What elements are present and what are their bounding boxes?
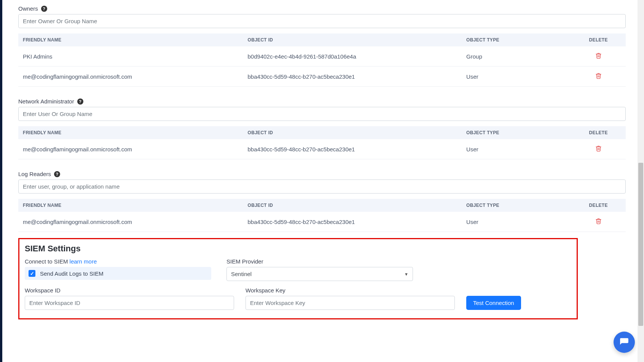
th-friendly-name: FRIENDLY NAME — [18, 33, 243, 46]
cell-object-type: User — [462, 139, 571, 159]
th-object-type: OBJECT TYPE — [462, 126, 571, 139]
help-icon[interactable]: ? — [54, 171, 60, 177]
siem-provider-label: SIEM Provider — [226, 258, 417, 265]
logreaders-table: FRIENDLY NAME OBJECT ID OBJECT TYPE DELE… — [18, 199, 626, 232]
owners-label-row: Owners ? — [18, 5, 626, 12]
th-object-id: OBJECT ID — [243, 33, 462, 46]
cell-object-id: bba430cc-5d59-48cc-b270-ac5beca230e1 — [243, 67, 462, 87]
table-row: me@codingflamingogmail.onmicrosoft.com b… — [18, 212, 626, 232]
workspace-key-label: Workspace Key — [245, 287, 455, 294]
workspace-id-input[interactable] — [25, 296, 234, 310]
cell-object-type: User — [462, 212, 571, 232]
owners-input[interactable] — [18, 14, 626, 28]
send-audit-logs-row[interactable]: Send Audit Logs to SIEM — [25, 267, 211, 280]
table-row: PKI Admins b0d9402c-e4ec-4b4d-9261-587d0… — [18, 46, 626, 67]
help-icon[interactable]: ? — [77, 98, 83, 105]
siem-provider-select[interactable]: Sentinel ▼ — [226, 267, 413, 281]
left-accent-strip — [0, 0, 2, 331]
trash-icon[interactable] — [595, 145, 602, 152]
connect-to-siem-label: Connect to SIEM learn more — [25, 258, 215, 265]
th-friendly-name: FRIENDLY NAME — [18, 126, 243, 139]
netadmin-label-row: Network Administrator ? — [18, 98, 626, 105]
netadmin-input[interactable] — [18, 107, 626, 121]
cell-friendly-name: me@codingflamingogmail.onmicrosoft.com — [18, 212, 243, 232]
owners-table: FRIENDLY NAME OBJECT ID OBJECT TYPE DELE… — [18, 33, 626, 87]
test-connection-button[interactable]: Test Connection — [466, 296, 521, 310]
netadmin-table: FRIENDLY NAME OBJECT ID OBJECT TYPE DELE… — [18, 126, 626, 159]
cell-object-id: b0d9402c-e4ec-4b4d-9261-587d0a106e4a — [243, 46, 462, 67]
th-delete: DELETE — [571, 199, 626, 212]
trash-icon[interactable] — [595, 73, 602, 79]
th-delete: DELETE — [571, 126, 626, 139]
send-audit-logs-label: Send Audit Logs to SIEM — [40, 270, 104, 277]
th-object-id: OBJECT ID — [243, 126, 462, 139]
th-delete: DELETE — [571, 33, 626, 46]
cell-friendly-name: me@codingflamingogmail.onmicrosoft.com — [18, 139, 243, 159]
help-icon[interactable]: ? — [41, 6, 47, 12]
table-row: me@codingflamingogmail.onmicrosoft.com b… — [18, 139, 626, 159]
cell-object-id: bba430cc-5d59-48cc-b270-ac5beca230e1 — [243, 212, 462, 232]
scrollbar-thumb[interactable] — [638, 163, 643, 325]
send-audit-logs-checkbox[interactable] — [29, 270, 35, 277]
netadmin-label: Network Administrator — [18, 98, 74, 105]
th-friendly-name: FRIENDLY NAME — [18, 199, 243, 212]
workspace-key-input[interactable] — [245, 296, 455, 310]
owners-label: Owners — [18, 5, 38, 12]
cell-friendly-name: PKI Admins — [18, 46, 243, 67]
chevron-down-icon: ▼ — [404, 272, 408, 276]
trash-icon[interactable] — [595, 218, 602, 224]
th-object-type: OBJECT TYPE — [462, 199, 571, 212]
cell-object-type: User — [462, 67, 571, 87]
cell-friendly-name: me@codingflamingogmail.onmicrosoft.com — [18, 67, 243, 87]
logreaders-label: Log Readers — [18, 171, 51, 177]
siem-settings-panel: SIEM Settings Connect to SIEM learn more… — [18, 238, 578, 319]
th-object-id: OBJECT ID — [243, 199, 462, 212]
workspace-id-label: Workspace ID — [25, 287, 234, 294]
logreaders-label-row: Log Readers ? — [18, 171, 626, 177]
th-object-type: OBJECT TYPE — [462, 33, 571, 46]
table-row: me@codingflamingogmail.onmicrosoft.com b… — [18, 67, 626, 87]
cell-object-type: Group — [462, 46, 571, 67]
scrollbar-track[interactable] — [638, 0, 644, 331]
siem-provider-value: Sentinel — [231, 271, 252, 277]
logreaders-input[interactable] — [18, 179, 626, 194]
siem-heading: SIEM Settings — [25, 244, 571, 254]
learn-more-link[interactable]: learn more — [70, 258, 97, 265]
cell-object-id: bba430cc-5d59-48cc-b270-ac5beca230e1 — [243, 139, 462, 159]
trash-icon[interactable] — [595, 52, 602, 59]
